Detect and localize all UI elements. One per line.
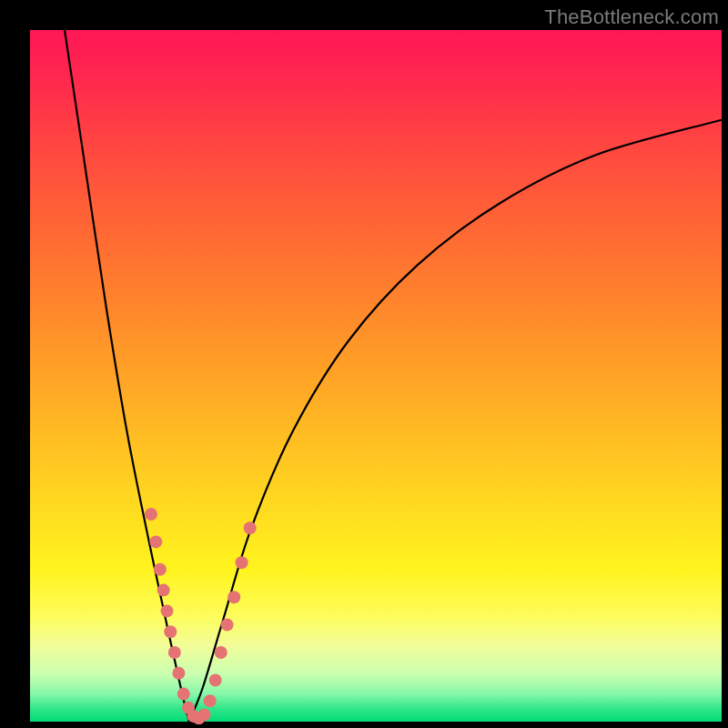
watermark-text: TheBottleneck.com xyxy=(544,5,719,29)
right-branch-curve xyxy=(189,120,722,722)
highlight-dot xyxy=(204,694,217,707)
chart-frame: TheBottleneck.com xyxy=(0,0,728,728)
highlight-dot xyxy=(177,688,190,701)
highlight-dot xyxy=(198,708,211,721)
highlight-dot xyxy=(236,556,248,569)
highlight-dot xyxy=(172,667,185,680)
highlight-dot xyxy=(228,591,240,603)
highlight-dot xyxy=(145,508,157,521)
left-branch-curve xyxy=(65,30,189,722)
highlight-dot xyxy=(215,646,228,659)
highlight-dot xyxy=(154,563,167,576)
highlight-dot xyxy=(221,619,234,632)
highlight-dot xyxy=(168,646,181,659)
highlight-dot xyxy=(157,584,170,597)
highlight-dot xyxy=(244,521,257,534)
highlight-dot xyxy=(160,604,173,617)
highlight-dot xyxy=(209,673,222,686)
chart-svg xyxy=(30,30,722,722)
highlight-dot xyxy=(149,535,162,548)
highlight-dot xyxy=(164,625,177,638)
